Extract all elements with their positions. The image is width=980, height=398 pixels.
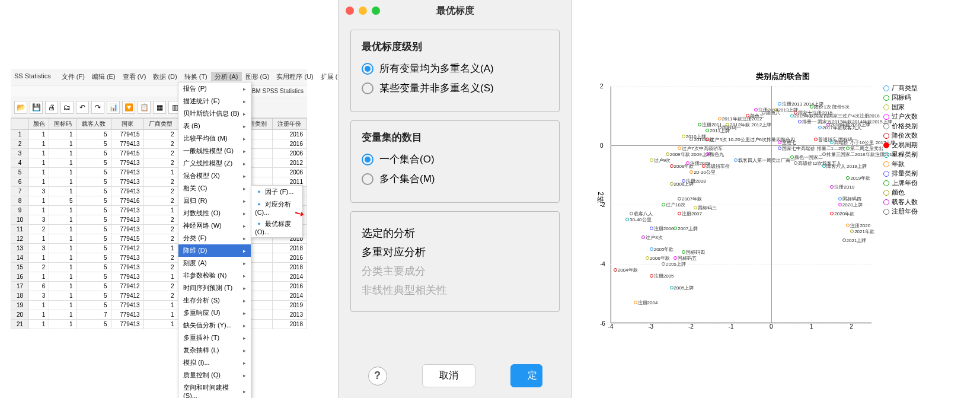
menu-item[interactable]: 表 (B)▸ [178, 120, 251, 132]
menu-item[interactable]: 时间序列预测 (T)▸ [178, 282, 251, 294]
menu-item[interactable]: 复杂抽样 (L)▸ [178, 344, 251, 356]
menu-item[interactable]: 非参数检验 (N)▸ [178, 269, 251, 282]
cancel-button[interactable]: 取消 [422, 364, 475, 387]
menu-item[interactable]: 一般线性模型 (G)▸ [178, 145, 251, 157]
var-sets-group: 变量集的数目 一个集合(O) 多个集合(M) [350, 120, 560, 203]
menu-item[interactable]: 数据 (D) [149, 72, 180, 81]
goto-icon[interactable]: 📊 [107, 101, 120, 114]
radio-all-nominal[interactable]: 所有变量均为多重名义(A) [362, 62, 548, 75]
print-icon[interactable]: 🖨 [45, 101, 58, 114]
column-header[interactable]: 厂商类型 [143, 119, 178, 130]
table-row[interactable]: 2011777941312013212013 [11, 310, 307, 320]
minimize-icon[interactable] [359, 7, 367, 15]
menu-item[interactable]: 查看 (V) [119, 72, 150, 81]
menu-item[interactable]: 比较平均值 (M)▸ [178, 132, 251, 145]
table-row[interactable]: 1521577941322019212018 [11, 263, 307, 272]
menu-item[interactable]: 实用程序 (U) [273, 72, 317, 81]
save-icon[interactable]: 💾 [30, 101, 43, 114]
point-label: 2021上牌 [847, 237, 867, 244]
point-label: 颜色九 [710, 151, 724, 158]
optimal-scaling-dialog: 最优标度 最优标度级别 所有变量均为多重名义(A) 某些变量并非多重名义(S) … [338, 0, 572, 398]
column-header[interactable]: 注册年份 [272, 119, 307, 130]
table-row[interactable]: 1611577941312015112014 [11, 272, 307, 282]
x-tick: -3 [648, 323, 653, 342]
column-header[interactable]: 载客人数 [76, 119, 111, 130]
point-label: 2006年款 [650, 255, 670, 262]
menu-item[interactable]: 空间和时间建模 (S)...▸ [178, 381, 251, 398]
menu-item[interactable]: 编辑 (E) [88, 72, 119, 81]
close-icon[interactable] [346, 7, 354, 15]
menu-item[interactable]: 广义线性模型 (Z)▸ [178, 157, 251, 170]
menu-item[interactable]: 多重插补 (T)▸ [178, 332, 251, 344]
analyze-menu[interactable]: 报告 (P)▸描述统计 (E)▸贝叶斯统计信息 (B)▸表 (B)▸比较平均值 … [178, 82, 251, 398]
column-header[interactable]: 国家 [111, 119, 143, 130]
menu-item[interactable]: 质量控制 (Q)▸ [178, 369, 251, 381]
undo-icon[interactable]: ↶ [76, 101, 89, 114]
data-point [790, 114, 794, 117]
point-label: 颜色一国家二 [794, 154, 823, 161]
recall-icon[interactable]: 🗂 [60, 101, 74, 114]
radio-one-set[interactable]: 一个集合(O) [362, 152, 548, 166]
define-button[interactable]: 定 [510, 364, 542, 387]
point-label: 过户7次中高级轿车 [682, 145, 722, 152]
legend-item: 注册年份 [883, 207, 918, 216]
column-header[interactable]: 颜色 [29, 119, 49, 130]
menu-item[interactable]: 图形 (G) [242, 72, 273, 81]
menu-item[interactable]: 分类 (F)▸ [178, 232, 251, 244]
menu-item[interactable]: 分析 (A) [211, 72, 242, 81]
split-icon[interactable]: ▦ [153, 101, 166, 114]
submenu-item[interactable]: 🔹 最优标度 (O)... [251, 218, 302, 237]
redo-icon[interactable]: ↷ [91, 101, 104, 114]
table-row[interactable]: 1331577941212018212018 [11, 244, 307, 253]
menu-item[interactable]: 缺失值分析 (Y)...▸ [178, 319, 251, 332]
table-row[interactable]: 1411577941322017212016 [11, 253, 307, 263]
submenu-item[interactable]: 🔹 因子 (F)... [251, 186, 302, 198]
help-button[interactable]: ? [368, 367, 387, 386]
point-label: 2015年款国家四国家三过户4次注册2016 [794, 113, 880, 119]
menu-item[interactable]: 多重响应 (U)▸ [178, 307, 251, 319]
menu-item[interactable]: 描述统计 (E)▸ [178, 95, 251, 107]
selected-analysis-group: 选定的分析 多重对应分析 分类主要成分 非线性典型相关性 [350, 211, 560, 312]
column-header[interactable]: 国标码 [49, 119, 76, 130]
menu-item[interactable]: 降维 (D)▸ [178, 244, 251, 257]
open-icon[interactable]: 📂 [14, 101, 27, 114]
menu-item[interactable]: 神经网络 (W)▸ [178, 219, 251, 232]
menu-item[interactable]: 模拟 (I)...▸ [178, 356, 251, 369]
menu-item[interactable]: 混合模型 (X)▸ [178, 170, 251, 182]
data-point [718, 117, 722, 120]
vars-icon[interactable]: 🔽 [122, 101, 135, 114]
data-point [698, 123, 701, 126]
legend-item: 排量类别 [883, 169, 918, 178]
x-tick: 1 [810, 323, 813, 342]
find-icon[interactable]: 📋 [138, 101, 151, 114]
menu-item[interactable]: 报告 (P)▸ [178, 82, 251, 95]
table-row[interactable]: 411577941322012212012 [11, 158, 307, 168]
column-header[interactable] [11, 119, 29, 130]
menu-item[interactable]: 相关 (C)▸ [178, 182, 251, 195]
data-point [830, 212, 834, 215]
radio-some-not-nominal[interactable]: 某些变量并非多重名义(S) [362, 81, 548, 95]
menu-item[interactable]: 刻度 (A)▸ [178, 257, 251, 269]
toolbar: 📂 💾 🖨 🗂 ↶ ↷ 📊 🔽 📋 ▦ ▥ [11, 97, 307, 118]
point-label: 过户9次 [654, 157, 671, 164]
table-row[interactable]: 111577941522017212016 [11, 130, 307, 139]
menu-item[interactable]: 对数线性 (O)▸ [178, 207, 251, 219]
table-row[interactable]: 511577941312006212006 [11, 168, 307, 177]
data-point [830, 141, 834, 144]
table-row[interactable]: 211577941322017212016 [11, 139, 307, 149]
table-row[interactable]: 2111577941312016212018 [11, 320, 307, 329]
table-row[interactable]: 1831577941222015112014 [11, 291, 307, 301]
menu-item[interactable]: 贝叶斯统计信息 (B)▸ [178, 107, 251, 120]
menu-item[interactable]: 文件 (F) [58, 72, 88, 81]
y-tick: 2 [600, 83, 604, 90]
zoom-icon[interactable] [372, 7, 380, 15]
menu-item[interactable]: 生存分析 (S)▸ [178, 294, 251, 307]
table-row[interactable]: 1761577941222017212016 [11, 282, 307, 291]
table-row[interactable]: 311577941522006212006 [11, 149, 307, 158]
radio-multiple-sets[interactable]: 多个集合(M) [362, 172, 548, 186]
data-point [706, 138, 709, 141]
menu-item[interactable]: 回归 (R)▸ [178, 195, 251, 207]
table-row[interactable]: 1911577941312019112019 [11, 301, 307, 310]
menu-item[interactable]: 转换 (T) [181, 72, 211, 81]
data-point [754, 108, 758, 112]
